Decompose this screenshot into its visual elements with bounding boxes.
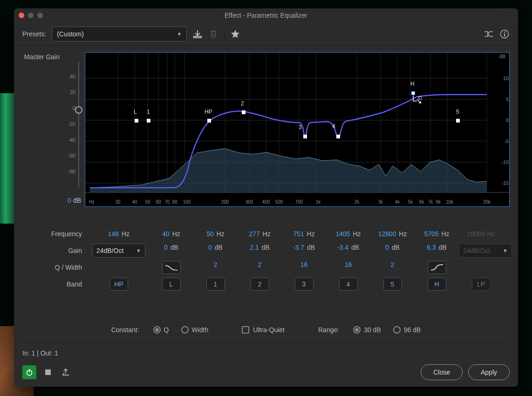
b3-q[interactable]: 16 [300,261,308,268]
node-label-1: 1 [147,109,150,115]
low-shelf-button[interactable] [162,261,181,274]
b5-q[interactable]: 2 [391,261,395,268]
toolbar: Presets: (Custom) ▼ [14,22,518,46]
node-label-2: 2 [241,100,244,107]
b1-freq[interactable]: 50 [206,230,214,238]
minimize-window-icon[interactable] [28,13,34,18]
gain-label: Gain [22,247,89,254]
range-label: Range: [318,326,339,334]
b4-q[interactable]: 16 [345,261,352,268]
h-freq[interactable]: 5705 [424,230,438,238]
save-preset-icon[interactable] [192,29,203,39]
band-1-button[interactable]: 1 [206,278,225,291]
frequency-label: Frequency [22,230,89,238]
constant-width-radio[interactable]: Width [181,326,209,334]
presets-value: (Custom) [57,30,84,38]
routing-icon[interactable] [484,29,494,39]
constant-label: Constant: [111,326,139,334]
hp-freq[interactable]: 146 [108,230,119,238]
lp-slope-dropdown: 24dB/Oct▼ [459,244,512,258]
right-db-scale: 10 5 0 -5 -10 -15 [490,52,509,207]
high-shelf-button[interactable] [428,261,446,274]
svg-rect-33 [45,369,51,375]
node-label-5: 5 [456,109,459,115]
chevron-down-icon: ▼ [177,31,182,37]
band-5-button[interactable]: 5 [383,278,402,291]
h-gain[interactable]: 6.3 [427,244,436,251]
band-3-button[interactable]: 3 [295,278,314,291]
node-label-3: 3 [299,124,302,130]
zoom-window-icon[interactable] [37,13,43,18]
svg-point-1 [504,31,505,32]
range-96-radio[interactable]: 96 dB [393,326,421,334]
chevron-down-icon: ▼ [136,248,141,253]
q-label: Q / Width [22,264,89,271]
b1-q[interactable]: 2 [214,261,218,268]
b5-gain[interactable]: 0 [385,244,389,251]
master-gain-label: Master Gain [22,52,60,61]
lp-freq: 18000 [467,230,485,238]
b4-freq[interactable]: 1405 [335,230,350,238]
band-hp-button[interactable]: HP [109,278,128,291]
node-handle-3[interactable] [303,135,307,138]
master-gain-value[interactable]: 0 [68,197,71,204]
svg-rect-30 [419,96,422,99]
band-lp-button[interactable]: LP [472,278,491,291]
constant-q-radio[interactable]: Q [153,326,169,334]
power-button[interactable] [22,365,36,379]
effect-dialog: Effect - Parametric Equalizer Presets: (… [14,8,518,387]
master-gain-slider[interactable]: 40 20 0 -20 -40 -60 -80 [62,52,82,206]
band-2-button[interactable]: 2 [251,278,269,291]
export-icon[interactable] [60,366,72,378]
b2-gain[interactable]: 2.1 [250,244,259,251]
ultra-quiet-checkbox[interactable]: Ultra-Quiet [242,326,285,334]
b2-q[interactable]: 2 [258,261,262,268]
presets-label: Presets: [22,30,46,38]
options-row: Constant: Q Width Ultra-Quiet Range: 30 … [22,317,510,343]
b3-freq[interactable]: 751 [293,230,304,238]
stop-icon[interactable] [42,366,54,378]
apply-button[interactable]: Apply [468,364,510,380]
window-title: Effect - Parametric Equalizer [14,12,518,19]
favorite-icon[interactable] [230,29,240,39]
node-handle-L[interactable] [135,119,138,123]
node-label-H: H [410,81,415,87]
band-4-button[interactable]: 4 [339,278,358,291]
presets-dropdown[interactable]: (Custom) ▼ [52,27,187,41]
io-text: In: 1 | Out: 1 [22,349,510,357]
band-l-button[interactable]: L [162,278,181,291]
master-gain-unit: dB [73,197,81,204]
b5-freq[interactable]: 12800 [378,230,396,238]
b4-gain[interactable]: -3.4 [337,244,348,251]
close-button[interactable]: Close [421,364,463,380]
svg-rect-2 [504,34,505,36]
node-handle-4[interactable] [336,135,340,138]
band-h-button[interactable]: H [428,278,446,291]
info-icon[interactable] [499,29,510,39]
node-label-L: L [134,109,137,115]
band-label: Band [22,280,89,288]
node-handle-5[interactable] [456,119,460,123]
titlebar: Effect - Parametric Equalizer [14,8,518,22]
l-freq[interactable]: 40 [162,230,170,238]
b3-gain[interactable]: -3.7 [293,244,304,251]
master-gain-thumb[interactable] [75,106,82,114]
node-handle-1[interactable] [147,119,150,123]
node-label-HP: HP [205,109,212,115]
x-unit: Hz [89,199,95,205]
l-gain[interactable]: 0 [164,244,168,251]
node-label-4: 4 [332,123,335,130]
delete-preset-icon[interactable] [208,29,218,39]
node-handle-2[interactable] [242,110,246,114]
close-window-icon[interactable] [19,13,24,18]
b2-freq[interactable]: 277 [249,230,259,238]
eq-plot[interactable]: L 1 HP 2 3 4 H 5 [85,52,510,207]
b1-gain[interactable]: 0 [208,244,212,251]
node-handle-HP[interactable] [207,119,211,123]
range-30-radio[interactable]: 30 dB [353,326,381,334]
hp-slope-dropdown[interactable]: 24dB/Oct▼ [92,244,145,258]
